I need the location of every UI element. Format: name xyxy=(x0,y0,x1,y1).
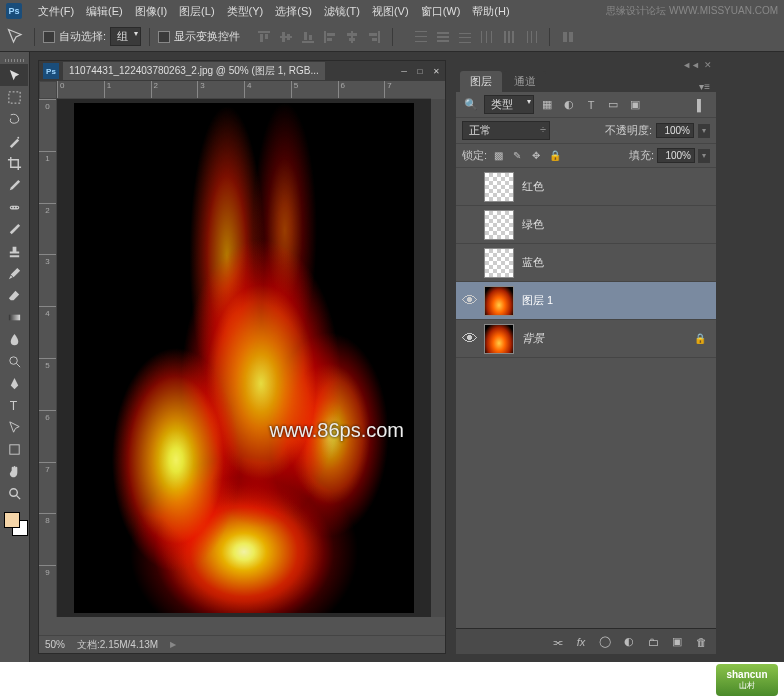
layer-thumbnail[interactable] xyxy=(484,172,514,202)
new-layer-icon[interactable]: ▣ xyxy=(666,632,688,652)
type-tool[interactable]: T xyxy=(0,394,28,416)
layer-row[interactable]: 👁 图层 1 xyxy=(456,282,716,320)
layer-name[interactable]: 蓝色 xyxy=(522,255,544,270)
lock-position-icon[interactable]: ✥ xyxy=(528,148,544,164)
status-arrow-icon[interactable]: ▶ xyxy=(170,640,176,649)
link-layers-icon[interactable]: ⫘ xyxy=(546,632,568,652)
layer-name[interactable]: 绿色 xyxy=(522,217,544,232)
layer-thumbnail[interactable] xyxy=(484,324,514,354)
wand-tool[interactable] xyxy=(0,130,28,152)
tab-layers[interactable]: 图层 xyxy=(460,71,502,92)
dist-right-icon[interactable] xyxy=(521,27,541,47)
document-tab[interactable]: 11074431_122403780263_2.jpg @ 50% (图层 1,… xyxy=(63,62,325,80)
hand-tool[interactable] xyxy=(0,460,28,482)
align-right-icon[interactable] xyxy=(364,27,384,47)
brush-tool[interactable] xyxy=(0,218,28,240)
filter-shape-icon[interactable]: ▭ xyxy=(604,96,622,114)
filter-type-icon[interactable]: T xyxy=(582,96,600,114)
dist-bottom-icon[interactable] xyxy=(455,27,475,47)
toolbar-grip[interactable] xyxy=(0,56,29,64)
vertical-scrollbar[interactable] xyxy=(431,99,445,617)
menu-layer[interactable]: 图层(L) xyxy=(173,4,220,19)
move-tool-preset-icon[interactable] xyxy=(6,27,26,47)
auto-select-checkbox[interactable] xyxy=(43,31,55,43)
gradient-tool[interactable] xyxy=(0,306,28,328)
doc-minimize-button[interactable]: ─ xyxy=(397,65,411,77)
lock-all-icon[interactable]: 🔒 xyxy=(547,148,563,164)
visibility-toggle[interactable]: 👁 xyxy=(460,330,480,348)
layer-name[interactable]: 红色 xyxy=(522,179,544,194)
eyedropper-tool[interactable] xyxy=(0,174,28,196)
ruler-horizontal[interactable]: 0 1 2 3 4 5 6 7 xyxy=(57,81,431,99)
filter-adjust-icon[interactable]: ◐ xyxy=(560,96,578,114)
menu-help[interactable]: 帮助(H) xyxy=(466,4,515,19)
marquee-tool[interactable] xyxy=(0,86,28,108)
layer-row[interactable]: 红色 xyxy=(456,168,716,206)
visibility-toggle[interactable]: 👁 xyxy=(460,292,480,310)
layer-thumbnail[interactable] xyxy=(484,210,514,240)
menu-view[interactable]: 视图(V) xyxy=(366,4,415,19)
lasso-tool[interactable] xyxy=(0,108,28,130)
filter-kind-dropdown[interactable]: 类型 xyxy=(484,95,534,114)
menu-filter[interactable]: 滤镜(T) xyxy=(318,4,366,19)
menu-window[interactable]: 窗口(W) xyxy=(415,4,467,19)
menu-file[interactable]: 文件(F) xyxy=(32,4,80,19)
opacity-arrow-icon[interactable]: ▾ xyxy=(698,124,710,138)
menu-select[interactable]: 选择(S) xyxy=(269,4,318,19)
menu-edit[interactable]: 编辑(E) xyxy=(80,4,129,19)
fill-input[interactable]: 100% xyxy=(657,148,695,163)
stamp-tool[interactable] xyxy=(0,240,28,262)
menu-type[interactable]: 类型(Y) xyxy=(221,4,270,19)
pen-tool[interactable] xyxy=(0,372,28,394)
show-transform-checkbox[interactable] xyxy=(158,31,170,43)
filter-smart-icon[interactable]: ▣ xyxy=(626,96,644,114)
blur-tool[interactable] xyxy=(0,328,28,350)
move-tool[interactable] xyxy=(0,64,28,86)
heal-tool[interactable] xyxy=(0,196,28,218)
align-vcenter-icon[interactable] xyxy=(276,27,296,47)
doc-close-button[interactable]: ✕ xyxy=(429,65,443,77)
fill-arrow-icon[interactable]: ▾ xyxy=(698,149,710,163)
path-select-tool[interactable] xyxy=(0,416,28,438)
layer-name[interactable]: 背景 xyxy=(522,331,544,346)
panel-menu-icon[interactable]: ▾≡ xyxy=(693,81,716,92)
layer-fx-icon[interactable]: fx xyxy=(570,632,592,652)
opacity-input[interactable]: 100% xyxy=(656,123,694,138)
lock-transparent-icon[interactable]: ▩ xyxy=(490,148,506,164)
dist-top-icon[interactable] xyxy=(411,27,431,47)
auto-select-dropdown[interactable]: 组 xyxy=(110,27,141,46)
dodge-tool[interactable] xyxy=(0,350,28,372)
canvas-area[interactable]: www.86ps.com xyxy=(57,99,431,617)
shape-tool[interactable] xyxy=(0,438,28,460)
ruler-origin[interactable] xyxy=(39,81,57,99)
auto-align-icon[interactable] xyxy=(558,27,578,47)
layer-group-icon[interactable]: 🗀 xyxy=(642,632,664,652)
dist-left-icon[interactable] xyxy=(477,27,497,47)
crop-tool[interactable] xyxy=(0,152,28,174)
filter-pixel-icon[interactable]: ▦ xyxy=(538,96,556,114)
panel-close-icon[interactable]: ✕ xyxy=(704,60,712,70)
doc-maximize-button[interactable]: □ xyxy=(413,65,427,77)
zoom-tool[interactable] xyxy=(0,482,28,504)
ruler-vertical[interactable]: 0 1 2 3 4 5 6 7 8 9 xyxy=(39,99,57,617)
zoom-level[interactable]: 50% xyxy=(45,639,65,650)
blend-mode-dropdown[interactable]: 正常 xyxy=(462,121,550,140)
fg-color-swatch[interactable] xyxy=(4,512,20,528)
align-left-icon[interactable] xyxy=(320,27,340,47)
layer-row[interactable]: 蓝色 xyxy=(456,244,716,282)
history-brush-tool[interactable] xyxy=(0,262,28,284)
filter-search-icon[interactable]: 🔍 xyxy=(462,96,480,114)
delete-layer-icon[interactable]: 🗑 xyxy=(690,632,712,652)
canvas[interactable]: www.86ps.com xyxy=(74,103,414,613)
eraser-tool[interactable] xyxy=(0,284,28,306)
align-top-icon[interactable] xyxy=(254,27,274,47)
layer-row[interactable]: 绿色 xyxy=(456,206,716,244)
layer-mask-icon[interactable]: ◯ xyxy=(594,632,616,652)
layer-name[interactable]: 图层 1 xyxy=(522,293,553,308)
tab-channels[interactable]: 通道 xyxy=(504,71,546,92)
align-bottom-icon[interactable] xyxy=(298,27,318,47)
layer-row[interactable]: 👁 背景 🔒 xyxy=(456,320,716,358)
panel-collapse-icon[interactable]: ◄◄ xyxy=(682,60,700,70)
align-hcenter-icon[interactable] xyxy=(342,27,362,47)
layer-thumbnail[interactable] xyxy=(484,286,514,316)
